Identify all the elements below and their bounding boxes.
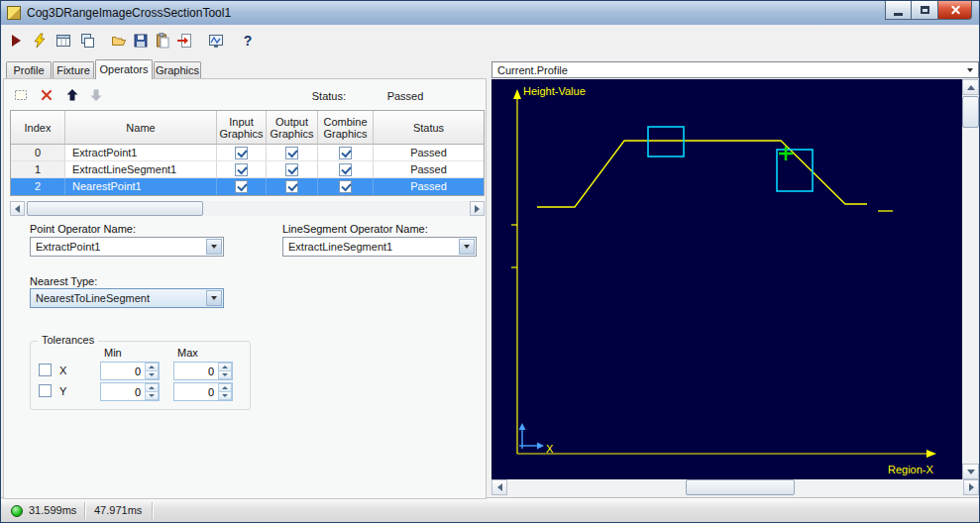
table-hscrollbar[interactable] xyxy=(10,201,485,216)
add-operator-button[interactable] xyxy=(10,84,32,106)
spin-down-button[interactable] xyxy=(145,392,159,400)
operators-panel: Status: Passed Index Name Input Graphics… xyxy=(3,78,487,499)
checkbox[interactable] xyxy=(235,163,248,176)
delete-operator-button[interactable] xyxy=(36,84,57,106)
tolerance-x-checkbox[interactable] xyxy=(39,364,52,376)
tab-profile[interactable]: Profile xyxy=(6,61,52,78)
spinner-input[interactable] xyxy=(103,384,143,399)
origin-x-label: X xyxy=(546,443,554,455)
app-icon[interactable] xyxy=(7,6,21,20)
spin-up-button[interactable] xyxy=(145,363,159,371)
column-header-output-graphics: Output Graphics xyxy=(267,111,318,145)
operators-table: Index Name Input Graphics Output Graphic… xyxy=(10,110,485,196)
maximize-button[interactable] xyxy=(912,1,938,20)
paste-button[interactable] xyxy=(152,30,173,52)
checkbox[interactable] xyxy=(339,147,352,159)
clipboard-icon xyxy=(155,33,170,49)
scroll-left-button[interactable] xyxy=(491,479,507,495)
new-item-icon xyxy=(13,87,29,103)
checkbox[interactable] xyxy=(285,180,298,193)
spin-up-button[interactable] xyxy=(218,363,232,371)
scroll-thumb[interactable] xyxy=(962,96,979,128)
save-button[interactable] xyxy=(130,30,152,52)
statusbar-divider xyxy=(84,502,85,519)
table-row[interactable]: 2 NearestPoint1 Passed xyxy=(11,178,484,195)
setup-button[interactable] xyxy=(205,30,227,52)
status-bar: 31.599ms 47.971ms xyxy=(1,497,979,522)
help-button[interactable]: ? xyxy=(237,30,259,52)
y-axis-label: Height-Value xyxy=(523,85,586,97)
run-icon xyxy=(8,33,24,49)
search-region[interactable] xyxy=(648,127,684,157)
dropdown-button[interactable] xyxy=(459,239,475,255)
chevron-down-icon xyxy=(211,296,217,300)
main-toolbar: ? xyxy=(1,25,979,58)
chevron-down-icon xyxy=(464,245,470,249)
spin-down-button[interactable] xyxy=(218,392,232,400)
point-operator-combo[interactable]: ExtractPoint1 xyxy=(30,237,224,257)
scroll-down-button[interactable] xyxy=(962,464,979,479)
scroll-left-button[interactable] xyxy=(10,201,25,216)
table-header: Index Name Input Graphics Output Graphic… xyxy=(11,111,484,145)
operator-name: NearestPoint1 xyxy=(65,178,217,195)
column-header-status: Status xyxy=(374,111,484,145)
nearest-type-combo[interactable]: NearestToLineSegment xyxy=(30,288,224,308)
close-button[interactable] xyxy=(938,1,972,20)
profile-selector[interactable]: Current.Profile xyxy=(491,61,979,78)
checkbox[interactable] xyxy=(235,180,248,193)
right-arrow-icon xyxy=(969,483,974,491)
table-row[interactable]: 0 ExtractPoint1 Passed xyxy=(11,145,484,161)
dropdown-button[interactable] xyxy=(206,239,222,255)
scroll-right-button[interactable] xyxy=(963,479,979,495)
search-region[interactable] xyxy=(777,150,813,191)
spinner-input[interactable] xyxy=(176,364,216,378)
down-arrow-icon xyxy=(88,87,104,103)
total-time: 47.971ms xyxy=(94,504,142,516)
move-down-button xyxy=(85,84,107,106)
origin-axes-icon xyxy=(519,423,545,450)
display-hscrollbar[interactable] xyxy=(491,479,979,495)
scroll-right-button[interactable] xyxy=(470,201,485,216)
display-grid-button[interactable] xyxy=(53,30,74,52)
spin-down-button[interactable] xyxy=(145,371,159,379)
point-operator-label: Point Operator Name: xyxy=(30,223,136,235)
dropdown-button[interactable] xyxy=(206,290,222,306)
checkbox[interactable] xyxy=(285,163,298,176)
minimize-button[interactable] xyxy=(885,1,912,20)
checkbox[interactable] xyxy=(339,180,352,193)
tolerance-y-checkbox[interactable] xyxy=(39,384,52,397)
checkbox[interactable] xyxy=(235,147,248,159)
scroll-thumb[interactable] xyxy=(686,479,795,495)
spin-up-button[interactable] xyxy=(145,383,159,392)
open-button[interactable] xyxy=(108,30,130,52)
spinner-input[interactable] xyxy=(176,384,216,399)
input-graphics-cell xyxy=(217,145,267,161)
checkbox[interactable] xyxy=(339,163,352,176)
profile-display[interactable]: Height-Value Region-X X xyxy=(491,79,962,479)
linesegment-operator-combo[interactable]: ExtractLineSegment1 xyxy=(282,237,477,257)
checkbox[interactable] xyxy=(285,147,298,159)
table-row[interactable]: 1 ExtractLineSegment1 Passed xyxy=(11,161,484,178)
row-index: 2 xyxy=(11,178,65,195)
move-up-button[interactable] xyxy=(61,84,83,106)
run-button[interactable] xyxy=(5,30,27,52)
tab-operators[interactable]: Operators xyxy=(95,59,153,79)
scroll-thumb[interactable] xyxy=(27,201,203,216)
statusbar-divider xyxy=(152,502,153,519)
quick-run-button[interactable] xyxy=(29,30,51,52)
lightning-icon xyxy=(32,33,48,49)
profile-plot[interactable]: Height-Value Region-X X xyxy=(491,79,961,479)
down-arrow-icon xyxy=(149,373,155,376)
tab-fixture[interactable]: Fixture xyxy=(53,61,94,78)
scope-icon xyxy=(208,33,224,49)
tool-group-button[interactable] xyxy=(76,30,98,52)
display-vscrollbar[interactable] xyxy=(962,79,979,479)
tab-graphics[interactable]: Graphics xyxy=(154,61,201,78)
spinner-input[interactable] xyxy=(103,364,143,378)
tolerance-y-label: Y xyxy=(59,385,66,397)
scroll-up-button[interactable] xyxy=(962,79,979,95)
import-button[interactable] xyxy=(173,30,195,52)
tab-label: Fixture xyxy=(56,64,90,76)
spin-down-button[interactable] xyxy=(218,371,232,379)
spin-up-button[interactable] xyxy=(218,383,232,392)
